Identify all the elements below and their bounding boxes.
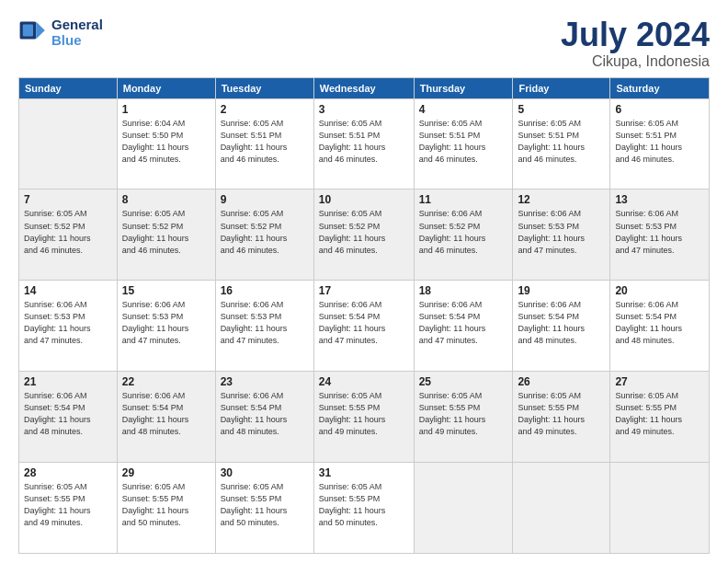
calendar-cell: 21Sunrise: 6:06 AM Sunset: 5:54 PM Dayli… xyxy=(19,372,118,463)
day-info: Sunrise: 6:05 AM Sunset: 5:55 PM Dayligh… xyxy=(518,390,605,438)
calendar-cell: 19Sunrise: 6:06 AM Sunset: 5:54 PM Dayli… xyxy=(513,281,610,372)
day-number: 12 xyxy=(518,193,605,206)
day-info: Sunrise: 6:06 AM Sunset: 5:53 PM Dayligh… xyxy=(615,208,704,256)
calendar-cell xyxy=(19,98,118,190)
calendar-cell: 29Sunrise: 6:05 AM Sunset: 5:55 PM Dayli… xyxy=(117,463,215,554)
calendar-week-row-5: 28Sunrise: 6:05 AM Sunset: 5:55 PM Dayli… xyxy=(19,463,710,554)
day-number: 11 xyxy=(419,193,508,206)
calendar-cell: 8Sunrise: 6:05 AM Sunset: 5:52 PM Daylig… xyxy=(117,190,215,281)
calendar-cell: 17Sunrise: 6:06 AM Sunset: 5:54 PM Dayli… xyxy=(313,281,414,372)
day-number: 4 xyxy=(419,103,508,116)
day-number: 20 xyxy=(615,284,704,297)
day-number: 5 xyxy=(518,103,605,116)
weekday-header-saturday: Saturday xyxy=(610,77,710,98)
day-info: Sunrise: 6:05 AM Sunset: 5:55 PM Dayligh… xyxy=(319,481,409,529)
day-number: 25 xyxy=(419,375,508,388)
day-info: Sunrise: 6:06 AM Sunset: 5:54 PM Dayligh… xyxy=(615,299,704,347)
day-info: Sunrise: 6:05 AM Sunset: 5:52 PM Dayligh… xyxy=(122,208,210,256)
page: General Blue July 2024 Cikupa, Indonesia… xyxy=(0,0,728,563)
day-number: 31 xyxy=(319,466,409,479)
calendar-cell: 7Sunrise: 6:05 AM Sunset: 5:52 PM Daylig… xyxy=(19,190,118,281)
calendar-cell: 26Sunrise: 6:05 AM Sunset: 5:55 PM Dayli… xyxy=(513,372,610,463)
day-number: 18 xyxy=(419,284,508,297)
day-info: Sunrise: 6:05 AM Sunset: 5:51 PM Dayligh… xyxy=(319,118,409,166)
day-info: Sunrise: 6:05 AM Sunset: 5:55 PM Dayligh… xyxy=(221,481,309,529)
calendar-cell: 30Sunrise: 6:05 AM Sunset: 5:55 PM Dayli… xyxy=(215,463,313,554)
day-info: Sunrise: 6:05 AM Sunset: 5:55 PM Dayligh… xyxy=(319,390,409,438)
calendar-cell xyxy=(414,463,513,554)
calendar-cell: 15Sunrise: 6:06 AM Sunset: 5:53 PM Dayli… xyxy=(117,281,215,372)
calendar-week-row-2: 7Sunrise: 6:05 AM Sunset: 5:52 PM Daylig… xyxy=(19,190,710,281)
day-info: Sunrise: 6:06 AM Sunset: 5:54 PM Dayligh… xyxy=(419,299,508,347)
calendar-cell xyxy=(610,463,710,554)
calendar-cell: 3Sunrise: 6:05 AM Sunset: 5:51 PM Daylig… xyxy=(313,98,414,190)
day-info: Sunrise: 6:05 AM Sunset: 5:52 PM Dayligh… xyxy=(319,208,409,256)
day-info: Sunrise: 6:05 AM Sunset: 5:51 PM Dayligh… xyxy=(221,118,309,166)
logo-text: General Blue xyxy=(51,17,103,49)
day-number: 29 xyxy=(122,466,210,479)
calendar-cell: 25Sunrise: 6:05 AM Sunset: 5:55 PM Dayli… xyxy=(414,372,513,463)
day-number: 2 xyxy=(221,103,309,116)
svg-rect-1 xyxy=(23,25,33,37)
day-info: Sunrise: 6:05 AM Sunset: 5:51 PM Dayligh… xyxy=(518,118,605,166)
day-number: 26 xyxy=(518,375,605,388)
day-info: Sunrise: 6:06 AM Sunset: 5:54 PM Dayligh… xyxy=(319,299,409,347)
day-number: 19 xyxy=(518,284,605,297)
day-number: 8 xyxy=(122,193,210,206)
day-number: 10 xyxy=(319,193,409,206)
svg-marker-2 xyxy=(36,22,45,40)
day-info: Sunrise: 6:05 AM Sunset: 5:55 PM Dayligh… xyxy=(419,390,508,438)
logo-icon xyxy=(18,16,48,45)
calendar-cell: 22Sunrise: 6:06 AM Sunset: 5:54 PM Dayli… xyxy=(117,372,215,463)
day-info: Sunrise: 6:06 AM Sunset: 5:54 PM Dayligh… xyxy=(122,390,210,438)
weekday-header-monday: Monday xyxy=(117,77,215,98)
calendar-week-row-1: 1Sunrise: 6:04 AM Sunset: 5:50 PM Daylig… xyxy=(19,98,710,190)
header: General Blue July 2024 Cikupa, Indonesia xyxy=(18,17,710,70)
day-info: Sunrise: 6:06 AM Sunset: 5:54 PM Dayligh… xyxy=(221,390,309,438)
day-number: 3 xyxy=(319,103,409,116)
day-number: 28 xyxy=(24,466,112,479)
calendar-cell: 16Sunrise: 6:06 AM Sunset: 5:53 PM Dayli… xyxy=(215,281,313,372)
day-info: Sunrise: 6:05 AM Sunset: 5:55 PM Dayligh… xyxy=(24,481,112,529)
calendar-cell: 14Sunrise: 6:06 AM Sunset: 5:53 PM Dayli… xyxy=(19,281,118,372)
weekday-header-wednesday: Wednesday xyxy=(313,77,414,98)
calendar-cell: 4Sunrise: 6:05 AM Sunset: 5:51 PM Daylig… xyxy=(414,98,513,190)
calendar-cell: 12Sunrise: 6:06 AM Sunset: 5:53 PM Dayli… xyxy=(513,190,610,281)
calendar-cell: 6Sunrise: 6:05 AM Sunset: 5:51 PM Daylig… xyxy=(610,98,710,190)
day-info: Sunrise: 6:06 AM Sunset: 5:53 PM Dayligh… xyxy=(122,299,210,347)
weekday-header-thursday: Thursday xyxy=(414,77,513,98)
day-number: 27 xyxy=(615,375,704,388)
calendar-cell: 2Sunrise: 6:05 AM Sunset: 5:51 PM Daylig… xyxy=(215,98,313,190)
calendar-cell: 9Sunrise: 6:05 AM Sunset: 5:52 PM Daylig… xyxy=(215,190,313,281)
calendar-cell: 24Sunrise: 6:05 AM Sunset: 5:55 PM Dayli… xyxy=(313,372,414,463)
day-info: Sunrise: 6:06 AM Sunset: 5:53 PM Dayligh… xyxy=(221,299,309,347)
calendar-cell: 23Sunrise: 6:06 AM Sunset: 5:54 PM Dayli… xyxy=(215,372,313,463)
day-number: 15 xyxy=(122,284,210,297)
calendar-cell: 31Sunrise: 6:05 AM Sunset: 5:55 PM Dayli… xyxy=(313,463,414,554)
day-info: Sunrise: 6:06 AM Sunset: 5:54 PM Dayligh… xyxy=(518,299,605,347)
day-info: Sunrise: 6:05 AM Sunset: 5:55 PM Dayligh… xyxy=(122,481,210,529)
weekday-header-tuesday: Tuesday xyxy=(215,77,313,98)
day-info: Sunrise: 6:06 AM Sunset: 5:52 PM Dayligh… xyxy=(419,208,508,256)
day-info: Sunrise: 6:04 AM Sunset: 5:50 PM Dayligh… xyxy=(122,118,210,166)
calendar-cell: 5Sunrise: 6:05 AM Sunset: 5:51 PM Daylig… xyxy=(513,98,610,190)
calendar-cell: 10Sunrise: 6:05 AM Sunset: 5:52 PM Dayli… xyxy=(313,190,414,281)
day-info: Sunrise: 6:05 AM Sunset: 5:51 PM Dayligh… xyxy=(419,118,508,166)
day-number: 17 xyxy=(319,284,409,297)
calendar-cell: 11Sunrise: 6:06 AM Sunset: 5:52 PM Dayli… xyxy=(414,190,513,281)
day-number: 30 xyxy=(221,466,309,479)
calendar-week-row-4: 21Sunrise: 6:06 AM Sunset: 5:54 PM Dayli… xyxy=(19,372,710,463)
day-info: Sunrise: 6:06 AM Sunset: 5:53 PM Dayligh… xyxy=(24,299,112,347)
calendar-table: SundayMondayTuesdayWednesdayThursdayFrid… xyxy=(18,77,710,554)
day-info: Sunrise: 6:06 AM Sunset: 5:53 PM Dayligh… xyxy=(518,208,605,256)
calendar-cell: 13Sunrise: 6:06 AM Sunset: 5:53 PM Dayli… xyxy=(610,190,710,281)
location-title: Cikupa, Indonesia xyxy=(561,53,710,70)
calendar-cell: 28Sunrise: 6:05 AM Sunset: 5:55 PM Dayli… xyxy=(19,463,118,554)
day-number: 7 xyxy=(24,193,112,206)
day-number: 21 xyxy=(24,375,112,388)
calendar-cell: 20Sunrise: 6:06 AM Sunset: 5:54 PM Dayli… xyxy=(610,281,710,372)
calendar-week-row-3: 14Sunrise: 6:06 AM Sunset: 5:53 PM Dayli… xyxy=(19,281,710,372)
day-number: 22 xyxy=(122,375,210,388)
day-number: 6 xyxy=(615,103,704,116)
month-title: July 2024 xyxy=(561,17,710,53)
